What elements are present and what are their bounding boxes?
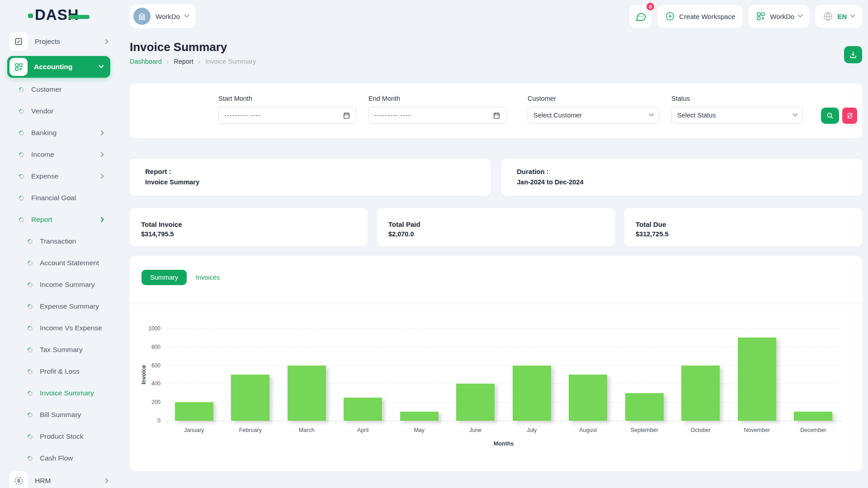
search-button[interactable] xyxy=(821,108,839,124)
customer-group: Customer Select Customer xyxy=(528,95,659,124)
breadcrumb-report[interactable]: Report xyxy=(174,58,193,65)
sidebar-nav: ProjectsAccountingCustomerVendorBankingI… xyxy=(0,30,118,488)
messages-badge: 0 xyxy=(646,2,655,11)
bullet-icon xyxy=(27,303,34,310)
bullet-icon xyxy=(27,389,34,397)
sidebar-item-vendor[interactable]: Vendor xyxy=(0,100,118,122)
sidebar-item-income[interactable]: Income xyxy=(0,144,118,165)
download-button[interactable] xyxy=(844,46,862,63)
app-root: DASH ProjectsAccountingCustomerVendorBan… xyxy=(0,0,868,488)
bar-march[interactable] xyxy=(288,366,326,421)
sidebar-item-product-stock[interactable]: Product Stock xyxy=(0,426,118,447)
sidebar-item-product-stock-label: Product Stock xyxy=(40,432,84,441)
sidebar-item-expense-summary[interactable]: Expense Summary xyxy=(0,296,118,317)
sidebar-item-projects[interactable]: Projects xyxy=(0,30,118,53)
sidebar-item-cash-flow[interactable]: Cash Flow xyxy=(0,447,118,469)
status-select[interactable]: Select Status xyxy=(671,107,803,124)
total-label: Total Invoice xyxy=(141,221,368,228)
bullet-icon xyxy=(27,259,34,267)
language-switcher[interactable]: EN xyxy=(815,5,862,28)
sidebar-item-expense[interactable]: Expense xyxy=(0,165,118,187)
hrm-icon xyxy=(14,476,24,486)
chevron-down-icon xyxy=(184,13,189,18)
filter-buttons xyxy=(821,108,857,124)
sidebar-item-hrm[interactable]: HRM xyxy=(0,469,118,488)
bar-september[interactable] xyxy=(625,393,664,421)
duration-label: Duration : xyxy=(517,168,862,175)
sidebar-item-customer[interactable]: Customer xyxy=(0,79,118,100)
workspace-switcher-label: WorkDo xyxy=(770,13,794,20)
sidebar-item-accounting-label: Accounting xyxy=(34,63,99,71)
tab-invoices[interactable]: Invoices xyxy=(196,274,220,281)
topbar: WorkDo 0 Create Wor xyxy=(118,0,868,33)
bar-february[interactable] xyxy=(231,375,269,421)
sidebar-item-account-statement[interactable]: Account Statement xyxy=(0,252,118,274)
x-tickmark-icon xyxy=(222,421,223,423)
sidebar-item-expense-summary-label: Expense Summary xyxy=(40,302,99,310)
bar-june[interactable] xyxy=(456,384,495,421)
report-label: Report : xyxy=(145,168,491,175)
x-label-august: August xyxy=(560,427,617,433)
x-label-july: July xyxy=(504,427,560,433)
bar-may[interactable] xyxy=(400,412,439,421)
brand-logo[interactable]: DASH xyxy=(0,0,118,30)
bar-april[interactable] xyxy=(344,398,382,421)
create-workspace-button[interactable]: Create Workspace xyxy=(657,5,743,28)
customer-select[interactable]: Select Customer xyxy=(528,107,659,124)
sidebar-item-profit-loss[interactable]: Profit & Loss xyxy=(0,361,118,382)
end-month-input[interactable]: --------- ---- xyxy=(368,107,506,124)
sidebar-item-vendor-label: Vendor xyxy=(31,107,53,115)
status-label: Status xyxy=(671,95,803,102)
bar-january[interactable] xyxy=(175,402,213,421)
workspace-pill[interactable]: WorkDo xyxy=(130,5,196,28)
logo-dot-icon xyxy=(28,14,33,18)
sidebar-item-profit-loss-label: Profit & Loss xyxy=(40,367,80,375)
circle-plus-icon xyxy=(665,11,675,21)
sidebar-item-report[interactable]: Report xyxy=(0,209,118,230)
bar-november[interactable] xyxy=(738,338,776,421)
apps-plus-icon xyxy=(756,11,766,21)
report-tabs: Summary Invoices xyxy=(142,270,220,285)
chart-card: Summary Invoices 02004006008001000Januar… xyxy=(130,256,862,471)
messages-button[interactable]: 0 xyxy=(629,5,652,28)
sidebar-item-income-summary[interactable]: Income Summary xyxy=(0,274,118,296)
globe-icon xyxy=(823,11,833,22)
sidebar-item-banking[interactable]: Banking xyxy=(0,122,118,144)
x-tickmark-icon xyxy=(841,421,842,423)
sidebar-item-transaction[interactable]: Transaction xyxy=(0,230,118,252)
sidebar-item-hrm-label: HRM xyxy=(35,477,104,485)
start-month-input[interactable]: --------- ---- xyxy=(218,107,356,124)
workspace-switcher[interactable]: WorkDo xyxy=(748,5,810,28)
gridline-1000 xyxy=(166,328,841,329)
sidebar-icon-box xyxy=(9,32,28,51)
chevron-right-icon xyxy=(99,152,104,157)
bullet-icon xyxy=(18,86,25,93)
breadcrumb: Dashboard›Report›Invoice Summary xyxy=(130,58,256,65)
building-icon xyxy=(137,11,147,21)
sidebar-item-income-vs-expense[interactable]: Income Vs Expense xyxy=(0,317,118,339)
breadcrumb-dashboard[interactable]: Dashboard xyxy=(130,58,162,65)
x-tickmark-icon xyxy=(504,421,504,423)
bar-july[interactable] xyxy=(513,366,551,421)
sidebar-item-financial-goal-label: Financial Goal xyxy=(31,194,76,202)
chevron-down-icon xyxy=(99,63,104,68)
tab-summary[interactable]: Summary xyxy=(142,270,187,285)
y-tick-label-800: 800 xyxy=(133,344,160,350)
x-label-january: January xyxy=(166,427,222,433)
reset-filter-button[interactable] xyxy=(842,108,857,124)
x-tickmark-icon xyxy=(616,421,617,423)
total-value: $312,725.5 xyxy=(636,230,862,238)
bar-august[interactable] xyxy=(569,375,607,421)
sidebar-item-invoice-summary[interactable]: Invoice Summary xyxy=(0,382,118,404)
bullet-icon xyxy=(27,324,34,332)
sidebar-item-bill-summary[interactable]: Bill Summary xyxy=(0,404,118,426)
sidebar-item-tax-summary[interactable]: Tax Summary xyxy=(0,339,118,361)
sidebar-item-accounting[interactable]: Accounting xyxy=(7,56,110,78)
x-tickmark-icon xyxy=(785,421,786,423)
create-workspace-label: Create Workspace xyxy=(679,13,735,20)
end-month-placeholder: --------- ---- xyxy=(374,112,493,119)
download-icon xyxy=(849,50,858,59)
bar-december[interactable] xyxy=(794,412,832,421)
sidebar-item-financial-goal[interactable]: Financial Goal xyxy=(0,187,118,209)
bar-october[interactable] xyxy=(681,366,720,421)
